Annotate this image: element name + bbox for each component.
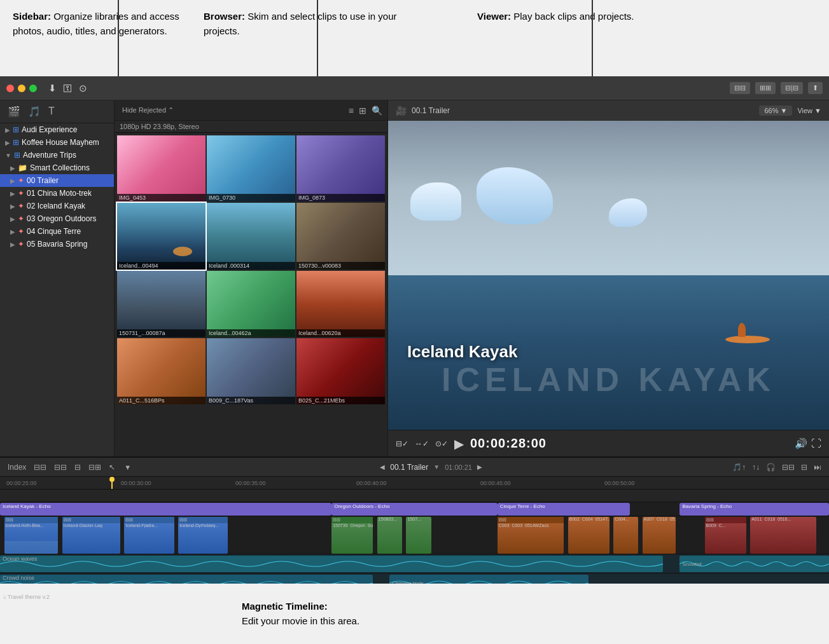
clip-c004[interactable]: C004...: [613, 517, 638, 554]
iceland-echo-clip[interactable]: Iceland Kayak - Echo: [0, 503, 331, 516]
clip-label: IMG_0873: [296, 194, 385, 202]
clip-thumb-iceland000314[interactable]: Iceland .000314: [207, 203, 295, 269]
project-icon: ✦: [18, 214, 24, 223]
clip-grid: IMG_0453 IMG_0730 IMG_0873 Iceland...004…: [115, 133, 387, 456]
hide-rejected-button[interactable]: Hide Rejected ⌃: [120, 105, 176, 116]
sidebar-item-01-china[interactable]: ▶ ✦ 01 China Moto-trek: [0, 187, 114, 200]
sidebar-item-adventure[interactable]: ▼ ⊞ Adventure Trips: [0, 149, 114, 161]
clip-thumb-b025[interactable]: B025_C...21MEbs: [296, 338, 385, 404]
clip-thumb-iceland0494[interactable]: Iceland...00494: [117, 203, 206, 269]
sidebar-item-03-oregon[interactable]: ▶ ✦ 03 Oregon Outdoors: [0, 212, 114, 225]
clip-thumb-00087a[interactable]: 150731_...00087a: [117, 271, 206, 337]
clip-a007[interactable]: A007_C018_051...: [643, 517, 676, 554]
photos-audio-icon[interactable]: 🎵: [28, 106, 41, 118]
minimize-button[interactable]: [18, 85, 25, 92]
browser: Hide Rejected ⌃ ≡ ⊞ 🔍 1080p HD 23.98p, S…: [115, 100, 388, 456]
layout-btn[interactable]: ⊞⊞: [755, 82, 776, 94]
playhead[interactable]: [111, 477, 113, 490]
clip-oregon-1[interactable]: ⊟⊟ 150730_Oregon_Sur...: [331, 517, 373, 554]
view-button[interactable]: View ▼: [797, 107, 821, 114]
ruler-tick-3: 00:00:40:00: [356, 480, 387, 486]
clip-a011[interactable]: A011_C018_0516...: [750, 517, 816, 554]
zoom-button[interactable]: 66% ▼: [759, 106, 792, 116]
sidebar-item-label: 02 Iceland Kayak: [27, 202, 85, 210]
clip-oregon-2[interactable]: 150803...: [377, 517, 402, 554]
clip-iceland-fjadra[interactable]: ⊟⊟ Iceland-Fjadra...: [124, 517, 174, 554]
clip-thumb-img0730[interactable]: IMG_0730: [207, 135, 295, 202]
clip-thumb-img0453[interactable]: IMG_0453: [117, 135, 206, 202]
fullscreen-icon[interactable]: ⛶: [811, 437, 821, 449]
oregon-echo-clip[interactable]: Oregon Outdoors - Echo: [331, 503, 498, 516]
clip-icons-2[interactable]: ⊟⊟: [53, 462, 68, 473]
clip-thumb-b009[interactable]: B009_C...187Vas: [207, 338, 295, 404]
titlebar: ⬇ ⚿ ⊙ ⊟⊟ ⊞⊞ ⊟|⊟ ⬆: [0, 76, 829, 100]
clip-c003[interactable]: ⊟⊟ C003_C003_0514WZacs: [498, 517, 564, 554]
clip-b009[interactable]: ⊟⊟ B009_C...: [705, 517, 746, 554]
clip-thumb-00620a[interactable]: Iceland...00620a: [296, 271, 385, 337]
expand-arrow: ▶: [10, 228, 15, 235]
share-btn[interactable]: ⬆: [808, 82, 823, 94]
sidebar-item-smart-collections[interactable]: ▶ 📁 Smart Collections: [0, 161, 114, 174]
cinque-echo-clip[interactable]: Cinque Terre - Echo: [498, 503, 630, 516]
project-icon: ✦: [18, 227, 24, 236]
timeline-view-btn[interactable]: ⊟: [800, 462, 809, 473]
clip-iceland-glacier[interactable]: ⊟⊟ Iceland-Glacier-Lag: [62, 517, 120, 554]
clip-appear-btn[interactable]: ⊟⊟: [781, 462, 796, 473]
clip-thumb-a011[interactable]: A011_C...516BPs: [117, 338, 206, 404]
clip-icons-4[interactable]: ⊟⊞: [87, 462, 102, 473]
clip-iceland-hofn[interactable]: ⊟⊟ Iceland-Hofn-Bea...: [4, 517, 59, 554]
index-label: Index: [8, 463, 26, 472]
check-icon[interactable]: ⊙: [79, 83, 87, 94]
clip-icons-3[interactable]: ⊟: [73, 462, 82, 473]
sidebar-item-00-trailer[interactable]: ▶ ✦ 00 Trailer: [0, 174, 114, 187]
clip-oregon-3[interactable]: 1507...: [406, 517, 431, 554]
bavaria-echo-clip[interactable]: Bavaria Spring - Echo: [679, 503, 829, 516]
titles-icon[interactable]: T: [48, 106, 55, 118]
ruler-tick-1: 00:00:30:00: [121, 480, 151, 486]
music-icon: ♫: [3, 594, 6, 600]
index-button[interactable]: Index: [6, 462, 27, 473]
skip-end-btn[interactable]: ⏭: [812, 462, 823, 473]
sidebar-item-04-cinque[interactable]: ▶ ✦ 04 Cinque Terre: [0, 225, 114, 238]
sidebar-item-audi[interactable]: ▶ ⊞ Audi Experience: [0, 123, 114, 136]
key-icon[interactable]: ⚿: [63, 83, 73, 94]
grid-view-btn[interactable]: ⊞: [359, 106, 366, 116]
in-out-icon[interactable]: ⊟✓: [396, 439, 408, 448]
sidebar-item-02-iceland[interactable]: ▶ ✦ 02 Iceland Kayak: [0, 200, 114, 212]
clip-iceland-dyrholaey[interactable]: ⊟⊟ Iceland-Dyrholaey...: [178, 517, 228, 554]
display-btn[interactable]: ⊟⊟: [730, 82, 750, 94]
ocean-waves-clip[interactable]: [0, 556, 663, 572]
list-view-btn[interactable]: ≡: [349, 106, 354, 116]
snowfall-clip[interactable]: Snowfall: [679, 556, 829, 572]
import-icon[interactable]: ⬇: [48, 83, 57, 94]
sidebar-item-05-bavaria[interactable]: ▶ ✦ 05 Bavaria Spring: [0, 238, 114, 250]
timeline-duration: 01:00:21: [445, 463, 472, 471]
split-btn[interactable]: ⊟|⊟: [781, 82, 803, 94]
clip-thumb-img0873[interactable]: IMG_0873: [296, 135, 385, 202]
ruler-tick-0: 00:00:25:00: [6, 480, 37, 486]
clip-icons-1[interactable]: ⊟⊟: [32, 462, 48, 473]
clip-thumb-00462a[interactable]: Iceland...00462a: [207, 271, 295, 337]
headphones-btn[interactable]: 🎧: [765, 462, 777, 473]
libraries-icon[interactable]: 🎬: [8, 106, 20, 118]
ocean-waves-label: Ocean waves: [0, 556, 40, 562]
transform-icon[interactable]: ↔✓: [415, 439, 429, 448]
clip-thumb-v00083[interactable]: 150730...v00083: [296, 203, 385, 269]
audio-levels-btn[interactable]: ↑↓: [751, 462, 761, 473]
play-button[interactable]: ▶: [454, 436, 464, 451]
correction-icon[interactable]: ⊙✓: [435, 439, 448, 448]
viewer-ctrl-icons: 🔊 ⛶: [795, 437, 821, 449]
clip-b002[interactable]: B002_C004_0514T...: [568, 517, 610, 554]
search-btn[interactable]: 🔍: [372, 106, 382, 116]
cursor-btn[interactable]: ↖: [108, 462, 116, 473]
sidebar-item-koffee[interactable]: ▶ ⊞ Koffee House Mayhem: [0, 136, 114, 149]
audio-icon[interactable]: 🔊: [795, 437, 807, 449]
maximize-button[interactable]: [29, 85, 37, 92]
sidebar-item-label: Adventure Trips: [23, 151, 76, 160]
sidebar-item-label: 05 Bavaria Spring: [27, 240, 87, 249]
clip-label: B025_C...21MEbs: [296, 397, 385, 404]
format-label: 1080p HD 23.98p, Stereo: [120, 123, 199, 130]
timeline-annotation-desc: Edit your movie in this area.: [242, 615, 359, 626]
audio-waveform-btn[interactable]: 🎵↑: [731, 462, 747, 473]
close-button[interactable]: [6, 85, 14, 92]
